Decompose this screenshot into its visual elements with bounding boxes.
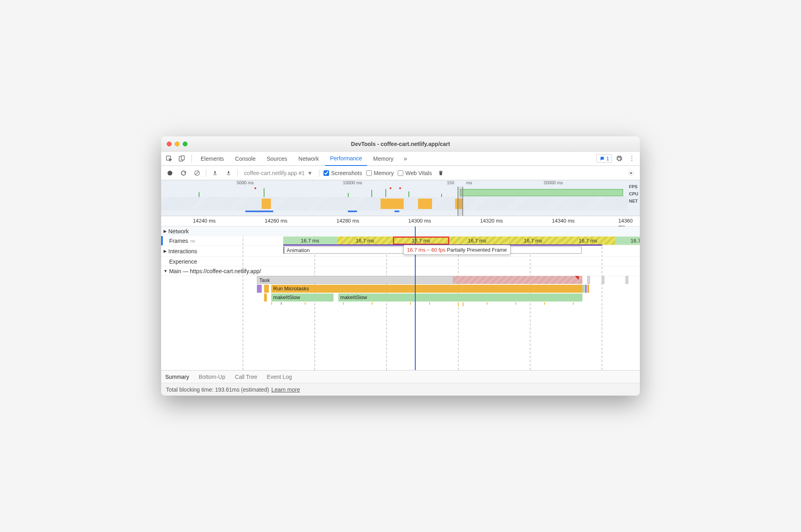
status-bar: Total blocking time: 193.61ms (estimated… [161,383,640,396]
capture-settings-icon[interactable] [626,168,636,178]
frame-cell[interactable]: 16.7 ms [337,236,393,245]
device-toggle-icon[interactable] [176,153,187,164]
flame-chart-area[interactable]: ▶Network Framesns 16.7 ms16.7 ms16.7 ms1… [161,227,640,370]
fn-makeitslow-2[interactable]: makeItSlow [338,294,582,301]
kebab-menu-icon[interactable]: ⋮ [626,153,637,164]
tab-bottomup[interactable]: Bottom-Up [199,374,225,380]
reload-icon[interactable] [179,168,188,178]
cpu-label: CPU [629,191,638,196]
svg-point-3 [168,171,172,175]
memory-checkbox[interactable]: Memory [366,170,394,176]
tab-memory[interactable]: Memory [369,152,399,166]
devtools-window: DevTools - coffee-cart.netlify.app/cart … [161,136,640,396]
task-bar-long[interactable] [453,276,582,284]
settings-icon[interactable] [614,153,625,164]
upload-icon[interactable] [210,168,220,178]
frame-cell[interactable]: 16.7 ms [615,236,640,245]
window-title: DevTools - coffee-cart.netlify.app/cart [161,141,640,147]
track-main[interactable]: ▼Main — https://coffee-cart.netlify.app/ [161,266,640,276]
perf-toolbar: coffee-cart.netlify.app #1 ▼ Screenshots… [161,166,640,180]
tab-network[interactable]: Network [294,152,324,166]
track-interactions[interactable]: ▶Interactions Animation 16.7 ms ~ 60 fps… [161,246,640,257]
minimize-icon[interactable] [175,142,180,146]
learn-more-link[interactable]: Learn more [271,386,300,393]
svg-point-7 [630,172,632,174]
window-controls [161,142,187,146]
svg-rect-5 [213,174,217,175]
maximize-icon[interactable] [183,142,187,146]
tab-performance[interactable]: Performance [325,152,367,166]
recording-selector[interactable]: coffee-cart.netlify.app #1 ▼ [242,169,315,177]
fn-makeitslow-1[interactable]: makeItSlow [271,294,333,301]
time-ruler: 14240 ms 14260 ms 14280 ms 14300 ms 1432… [161,216,640,227]
separator [191,155,192,163]
blocking-time: Total blocking time: 193.61ms (estimated… [166,386,269,393]
task-bar[interactable]: Task [257,276,453,284]
issues-count: 1 [606,156,609,162]
webvitals-checkbox[interactable]: Web Vitals [398,170,432,176]
recording-name: coffee-cart.netlify.app #1 [244,170,305,176]
tab-console[interactable]: Console [230,152,260,166]
svg-rect-6 [227,174,230,175]
frame-cell[interactable]: 16.7 ms [393,236,449,245]
delete-icon[interactable] [436,168,446,178]
microtasks-bar[interactable]: Run Microtasks [271,285,582,293]
details-tabs: Summary Bottom-Up Call Tree Event Log [161,370,640,383]
main-flame-chart[interactable]: Task Run Microtasks makeItSlow make [161,276,640,364]
download-icon[interactable] [224,168,233,178]
fps-label: FPS [629,184,638,189]
titlebar: DevTools - coffee-cart.netlify.app/cart [161,136,640,152]
chevron-down-icon: ▼ [307,170,313,176]
tab-eventlog[interactable]: Event Log [267,374,292,380]
overview-window[interactable] [458,187,463,216]
net-label: NET [629,199,638,203]
track-network[interactable]: ▶Network [161,227,640,236]
overview-panel[interactable]: 5000 ms 10000 ms 150 ms 20000 ms [161,180,640,216]
tab-sources[interactable]: Sources [262,152,292,166]
frame-cell[interactable]: 16.7 ms [283,236,337,245]
issues-badge[interactable]: 1 [596,154,612,163]
track-experience[interactable]: Experience [161,257,640,266]
svg-rect-2 [182,156,185,160]
close-icon[interactable] [167,142,172,146]
frame-tooltip: 16.7 ms ~ 60 fps Partially Presented Fra… [403,245,510,255]
clear-icon[interactable] [192,168,202,178]
overview-ticks: 5000 ms 10000 ms 150 ms 20000 ms [161,180,628,187]
inspect-icon[interactable] [164,153,175,164]
tab-calltree[interactable]: Call Tree [235,374,257,380]
more-tabs-icon[interactable]: » [400,153,411,164]
screenshots-checkbox[interactable]: Screenshots [324,170,362,176]
main-tabs: Elements Console Sources Network Perform… [161,152,640,166]
frame-cell[interactable]: 16.7 ms [449,236,505,245]
frame-cell[interactable]: 16.7 ms [505,236,561,245]
tab-summary[interactable]: Summary [165,374,189,380]
tab-elements[interactable]: Elements [196,152,229,166]
frame-cell[interactable]: 16.7 ms [561,236,615,245]
record-icon[interactable] [165,168,175,178]
